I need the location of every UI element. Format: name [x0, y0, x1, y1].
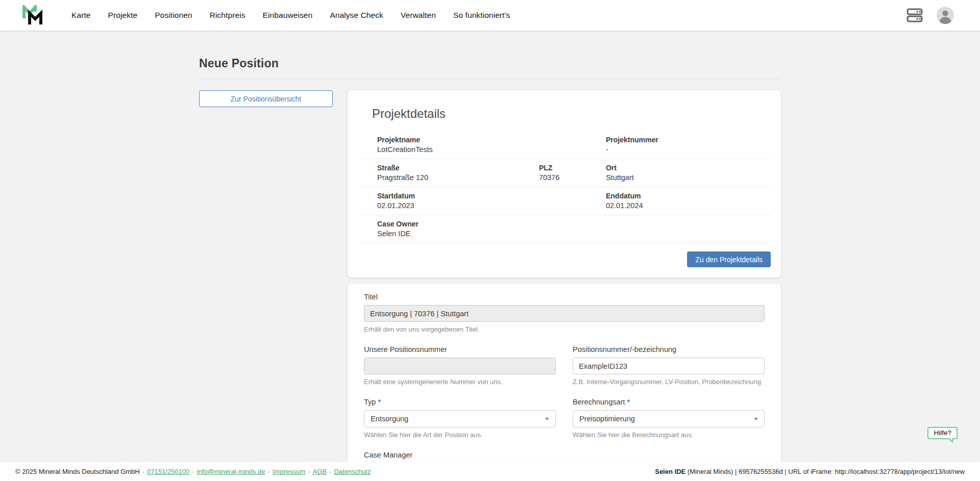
- datenschutz-link[interactable]: Datenschutz: [334, 468, 371, 475]
- nav-item-projekte[interactable]: Projekte: [108, 11, 138, 20]
- help-label: Hilfe?: [934, 429, 951, 437]
- project-details-title: Projektdetails: [372, 107, 446, 121]
- table-row: Projektname LotCreationTests Projektnumm…: [358, 131, 771, 159]
- enddatum-value: 02.01.2024: [606, 201, 771, 210]
- help-button[interactable]: Hilfe?: [927, 427, 958, 439]
- strasse-label: Straße: [377, 164, 539, 172]
- required-asterisk: *: [627, 398, 630, 406]
- footer: © 2025 Mineral Minds Deutschland GmbH · …: [0, 462, 980, 481]
- positionsnummer-field: Positionsnummer/-bezeichnung Z.B. Intern…: [573, 345, 765, 386]
- session-info: Selen IDE (Mineral Minds) | 69576255536d…: [655, 468, 965, 475]
- nav-item-analyse-check[interactable]: Analyse Check: [330, 11, 383, 20]
- typ-label: Typ*: [364, 398, 556, 406]
- berechnungsart-label: Berechnungsart*: [573, 398, 765, 406]
- titel-input: [364, 305, 765, 322]
- projektnummer-label: Projektnummer: [606, 136, 771, 144]
- table-row: Startdatum 02.01.2023 Enddatum 02.01.202…: [358, 187, 771, 215]
- top-navigation-bar: Karte Projekte Positionen Richtpreis Ein…: [0, 0, 980, 31]
- unsere-positionsnummer-input: [364, 358, 556, 374]
- plz-label: PLZ: [539, 164, 606, 172]
- title-divider: [199, 79, 781, 79]
- plz-value: 70376: [539, 173, 606, 182]
- nav-item-positionen[interactable]: Positionen: [155, 11, 192, 20]
- to-project-details-button[interactable]: Zu den Projektdetails: [687, 251, 771, 267]
- strasse-value: Pragstraße 120: [377, 173, 539, 182]
- unsere-positionsnummer-label: Unsere Positionsnummer: [364, 345, 556, 353]
- berechnungsart-select[interactable]: Preisoptimierung: [573, 410, 765, 427]
- dns-icon[interactable]: [906, 8, 923, 22]
- email-link[interactable]: info@mineral-minds.de: [197, 468, 265, 475]
- case-manager-label: Case Manager: [364, 451, 765, 459]
- ort-label: Ort: [606, 164, 771, 172]
- minus-icon[interactable]: [757, 111, 760, 115]
- enddatum-label: Enddatum: [606, 192, 771, 200]
- titel-field: Titel Erhält den von uns vorgegebenen Ti…: [364, 293, 765, 333]
- titel-helper: Erhält den von uns vorgegebenen Titel.: [364, 325, 765, 333]
- nav-item-einbauweisen[interactable]: Einbauweisen: [263, 11, 313, 20]
- chevron-down-icon: [545, 418, 549, 420]
- copyright-text: © 2025 Mineral Minds Deutschland GmbH: [15, 468, 140, 475]
- mineral-minds-logo-icon[interactable]: [22, 5, 43, 26]
- projektname-value: LotCreationTests: [377, 145, 606, 154]
- back-to-positions-button[interactable]: Zur Positionsübersicht: [199, 90, 333, 107]
- positionsnummer-label: Positionsnummer/-bezeichnung: [573, 345, 765, 353]
- table-row: Straße Pragstraße 120 PLZ 70376 Ort Stut…: [358, 159, 771, 187]
- startdatum-label: Startdatum: [377, 192, 606, 200]
- nav-item-richtpreis[interactable]: Richtpreis: [210, 11, 246, 20]
- berechnungsart-helper: Wählen Sie hier die Berechnungsart aus.: [573, 431, 765, 439]
- projektname-label: Projektname: [377, 136, 606, 144]
- typ-helper: Wählen Sie hier die Art der Position aus…: [364, 431, 556, 439]
- ort-value: Stuttgart: [606, 173, 771, 182]
- chevron-down-icon: [754, 418, 758, 420]
- typ-field: Typ* Entsorgung Wählen Sie hier die Art …: [364, 398, 556, 439]
- startdatum-value: 02.01.2023: [377, 201, 606, 210]
- new-position-form-card: Titel Erhält den von uns vorgegebenen Ti…: [348, 284, 781, 481]
- required-asterisk: *: [378, 398, 381, 406]
- berechnungsart-field: Berechnungsart* Preisoptimierung Wählen …: [573, 398, 765, 439]
- projektnummer-value: -: [606, 145, 771, 154]
- typ-select-value: Entsorgung: [371, 415, 408, 423]
- phone-link[interactable]: 07151/250100: [147, 468, 189, 475]
- typ-select[interactable]: Entsorgung: [364, 410, 556, 427]
- main-nav: Karte Projekte Positionen Richtpreis Ein…: [71, 11, 510, 20]
- page-title: Neue Position: [199, 57, 781, 70]
- table-row: Case Owner Selen IDE: [358, 215, 771, 243]
- project-details-card: Projektdetails Projektname LotCreationTe…: [348, 90, 781, 277]
- avatar-icon[interactable]: [936, 6, 954, 24]
- session-details: (Mineral Minds) | 69576255536d | URL of …: [685, 468, 965, 475]
- session-user: Selen IDE: [655, 468, 685, 475]
- unsere-positionsnummer-field: Unsere Positionsnummer Erhält eine syste…: [364, 345, 556, 386]
- nav-item-verwalten[interactable]: Verwalten: [401, 11, 436, 20]
- project-details-table: Projektname LotCreationTests Projektnumm…: [358, 131, 771, 243]
- titel-label: Titel: [364, 293, 765, 301]
- positionsnummer-input[interactable]: [573, 358, 765, 374]
- case-owner-value: Selen IDE: [377, 230, 606, 238]
- case-owner-label: Case Owner: [377, 220, 606, 228]
- agb-link[interactable]: AGB: [312, 468, 326, 475]
- unsere-positionsnummer-helper: Erhält eine systemgenerierte Nummer von …: [364, 378, 556, 386]
- impressum-link[interactable]: Impressum: [273, 468, 305, 475]
- main-content: Neue Position Zur Positionsübersicht Pro…: [0, 31, 980, 462]
- nav-item-karte[interactable]: Karte: [71, 11, 91, 20]
- positionsnummer-helper: Z.B. Interne-Vorgangsnummer, LV-Position…: [573, 378, 765, 386]
- berechnungsart-select-value: Preisoptimierung: [579, 415, 635, 423]
- nav-item-so-funktionierts[interactable]: So funktioniert's: [453, 11, 510, 20]
